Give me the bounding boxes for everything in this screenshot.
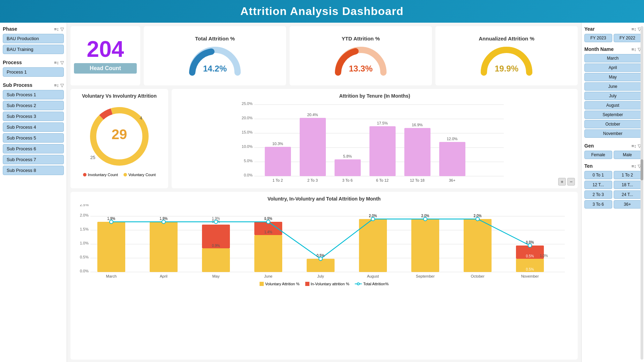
legend-voluntary-attrition: Voluntary Attrition %	[260, 282, 299, 286]
month-sort-icon[interactable]: ≡↕	[631, 47, 636, 52]
donut-chart-card: Voluntary Vs Involuntry Attrition 29	[70, 89, 168, 188]
svg-text:16.9%: 16.9%	[412, 123, 422, 127]
process-1[interactable]: Process 1	[3, 67, 64, 77]
svg-text:2.5%: 2.5%	[80, 204, 89, 207]
phase-bau-training[interactable]: BAU Training	[3, 45, 64, 54]
total-attrition-gauge-svg: 14.2%	[187, 43, 243, 76]
svg-text:1.5%: 1.5%	[80, 227, 89, 231]
ytd-attrition-card: YTD Attrition % 13.3%	[290, 26, 432, 85]
ten-0to1[interactable]: 0 To 1	[584, 171, 612, 179]
donut-chart-area: 29 4 25	[75, 101, 164, 171]
month-september[interactable]: September	[584, 111, 641, 119]
month-october[interactable]: October	[584, 120, 641, 128]
total-attrition-label: Total Attrition%	[363, 282, 389, 286]
sub-process-8[interactable]: Sub Process 8	[3, 166, 64, 175]
process-funnel-icon[interactable]: ▽	[60, 60, 64, 65]
month-november[interactable]: November	[584, 129, 641, 138]
svg-rect-24	[300, 118, 326, 176]
sub-process-7[interactable]: Sub Process 7	[3, 155, 64, 164]
month-july[interactable]: July	[584, 92, 641, 100]
ten-1to2[interactable]: 1 To 2	[614, 171, 642, 179]
svg-text:September: September	[416, 274, 435, 278]
gen-sort-icon[interactable]: ≡↕	[631, 143, 636, 149]
svg-text:12 To 18: 12 To 18	[410, 178, 425, 182]
svg-rect-61	[254, 235, 282, 272]
year-sort-icon[interactable]: ≡↕	[631, 27, 636, 32]
phase-bau-production[interactable]: BAU Production	[3, 34, 64, 43]
svg-rect-21	[265, 147, 291, 176]
svg-text:2.0%: 2.0%	[369, 214, 377, 218]
svg-text:1 To 2: 1 To 2	[272, 178, 283, 182]
gen-male[interactable]: Male	[614, 151, 642, 159]
svg-text:2.0%: 2.0%	[474, 214, 482, 218]
svg-text:29: 29	[112, 127, 127, 142]
svg-point-87	[319, 257, 322, 261]
svg-text:6 To 12: 6 To 12	[376, 178, 389, 182]
ten-sort-icon[interactable]: ≡↕	[631, 164, 636, 169]
svg-text:5.0%: 5.0%	[244, 159, 253, 163]
app-container: Attrition Analysis Dashboard Phase ≡↕ ▽ …	[0, 0, 644, 362]
svg-rect-27	[335, 159, 361, 176]
svg-text:25.0%: 25.0%	[242, 101, 253, 106]
tenure-bar-card: Attrition by Tenure (In Months) 0.0% 5.0…	[172, 89, 578, 188]
ytd-attrition-title: YTD Attrition %	[342, 36, 380, 42]
tenure-bar-svg: 0.0% 5.0% 10.0% 15.0% 20.0% 25.0%	[176, 101, 574, 185]
sub-process-title: Sub Process	[3, 82, 32, 88]
svg-rect-36	[439, 142, 465, 176]
svg-text:2.0%: 2.0%	[421, 214, 429, 218]
ten-18t[interactable]: 18 T...	[614, 181, 642, 189]
month-april[interactable]: April	[584, 63, 641, 72]
sub-process-5[interactable]: Sub Process 5	[3, 133, 64, 143]
month-may[interactable]: May	[584, 73, 641, 81]
svg-text:June: June	[264, 274, 272, 278]
svg-text:5.8%: 5.8%	[343, 154, 352, 158]
sub-process-6[interactable]: Sub Process 6	[3, 144, 64, 153]
svg-point-88	[371, 217, 375, 221]
ten-24t[interactable]: 24 T...	[614, 190, 642, 199]
ten-36plus[interactable]: 36+	[614, 200, 642, 209]
voluntary-label: Voluntary Count	[128, 173, 156, 177]
month-header: Month Name ≡↕ ▽	[584, 46, 641, 52]
zoom-out-button[interactable]: −	[567, 178, 575, 186]
zoom-in-button[interactable]: +	[558, 178, 566, 186]
svg-text:0.5%: 0.5%	[317, 254, 325, 257]
ten-2to3[interactable]: 2 To 3	[584, 190, 612, 199]
gen-title: Gen	[584, 143, 594, 149]
sub-process-1[interactable]: Sub Process 1	[3, 90, 64, 99]
svg-text:1.9%: 1.9%	[160, 217, 168, 220]
sub-process-header: Sub Process ≡↕ ▽	[3, 82, 64, 88]
gen-female[interactable]: Female	[584, 151, 612, 159]
year-fy2023[interactable]: FY 2023	[584, 34, 612, 42]
svg-text:July: July	[317, 274, 324, 278]
year-fy2022[interactable]: FY 2022	[614, 34, 642, 42]
month-filter-icons: ≡↕ ▽	[631, 47, 641, 52]
sub-process-sort-icon[interactable]: ≡↕	[54, 83, 59, 88]
ten-row-3: 2 To 3 24 T...	[584, 190, 641, 199]
phase-filter-icons: ≡↕ ▽	[54, 27, 64, 32]
sub-process-2[interactable]: Sub Process 2	[3, 101, 64, 110]
phase-sort-icon[interactable]: ≡↕	[54, 27, 59, 32]
phase-section: Phase ≡↕ ▽ BAU Production BAU Training	[3, 26, 64, 55]
month-june[interactable]: June	[584, 82, 641, 91]
gen-section: Gen ≡↕ ▽ Female Male	[584, 143, 641, 159]
sub-process-3[interactable]: Sub Process 3	[3, 112, 64, 121]
scrollbar-thumb[interactable]	[641, 159, 643, 180]
phase-funnel-icon[interactable]: ▽	[60, 27, 64, 32]
process-sort-icon[interactable]: ≡↕	[54, 60, 59, 65]
svg-text:0.9%: 0.9%	[212, 244, 220, 248]
month-march[interactable]: March	[584, 54, 641, 62]
process-filter-icons: ≡↕ ▽	[54, 60, 64, 65]
voluntary-dot	[123, 173, 127, 176]
header-title: Attrition Analysis Dashboard	[240, 5, 404, 17]
sub-process-4[interactable]: Sub Process 4	[3, 122, 64, 132]
svg-text:1.0%: 1.0%	[540, 254, 548, 258]
ten-row-4: 3 To 6 36+	[584, 200, 641, 209]
month-august[interactable]: August	[584, 101, 641, 110]
svg-text:20.0%: 20.0%	[242, 116, 253, 120]
ten-12t[interactable]: 12 T...	[584, 181, 612, 189]
svg-rect-75	[464, 219, 492, 272]
ten-3to6[interactable]: 3 To 6	[584, 200, 612, 209]
sub-process-funnel-icon[interactable]: ▽	[60, 83, 64, 88]
svg-text:March: March	[106, 274, 117, 278]
ten-header: Ten ≡↕ ▽	[584, 163, 641, 169]
